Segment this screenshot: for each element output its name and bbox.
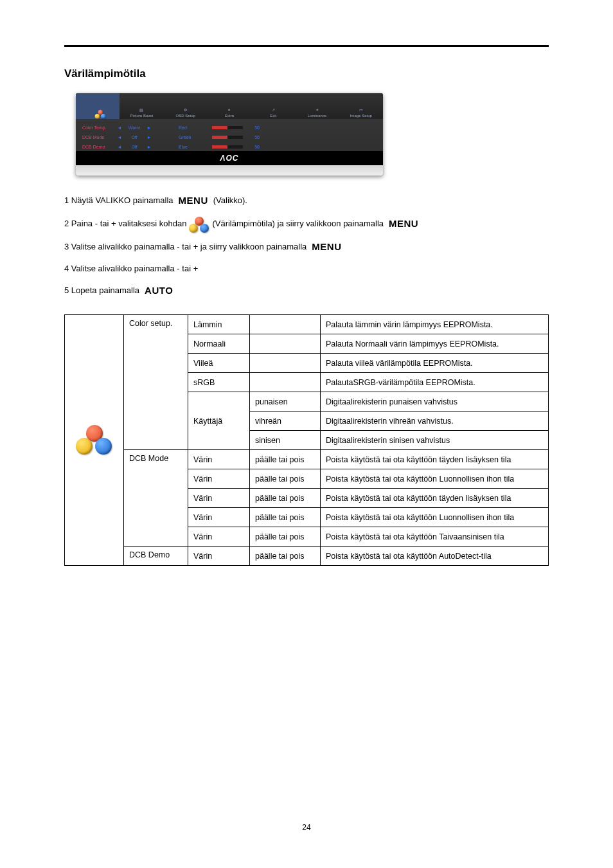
- osd-row: DCB Demo ◄Off► Blue 50: [82, 142, 377, 152]
- table-cell: päälle tai pois: [250, 469, 321, 489]
- table-cell: Poista käytöstä tai ota käyttöön täyden …: [321, 489, 549, 508]
- table-cell: Värin: [188, 489, 250, 508]
- menu-glyph: MENU: [386, 217, 421, 231]
- table-cell: Palauta viileä värilämpötila EEPROMista.: [321, 354, 549, 373]
- table-cell: Lämmin: [188, 315, 250, 334]
- page-number: 24: [64, 823, 549, 832]
- osd-tab: ✶Extra: [208, 93, 251, 119]
- table-cell: päälle tai pois: [250, 527, 321, 547]
- table-cell: päälle tai pois: [250, 450, 321, 469]
- osd-tab: ▧Picture Boost: [120, 93, 163, 119]
- table-cell: Käyttäjä: [188, 392, 250, 450]
- table-cell: Digitaalirekisterin punaisen vahvistus: [321, 392, 549, 411]
- step-1a: 1 Näytä VALIKKO painamalla: [64, 194, 173, 208]
- table-cell: Värin: [188, 527, 250, 547]
- osd-screenshot: ▧Picture Boost ⚙OSD Setup ✶Extra ↗Exit ☀…: [76, 93, 383, 176]
- table-cell: Palauta lämmin värin lämpimyys EEPROMist…: [321, 315, 549, 334]
- osd-row: DCB Mode ◄Off► Green 50: [82, 132, 377, 142]
- step-3: 3 Valitse alivalikko painamalla - tai + …: [64, 240, 306, 254]
- color-balls-icon: [189, 217, 209, 233]
- osd-footer: [76, 165, 383, 176]
- step-1b: (Valikko).: [213, 194, 247, 208]
- table-cell: [250, 315, 321, 334]
- osd-tab-color: [76, 93, 120, 119]
- table-cell: Poista käytöstä tai ota käyttöön Luonnol…: [321, 469, 549, 489]
- table-cell: Värin: [188, 547, 250, 566]
- table-cell: Digitaalirekisterin vihreän vahvistus.: [321, 411, 549, 431]
- menu-glyph: MENU: [176, 194, 211, 208]
- osd-tab: ↗Exit: [251, 93, 295, 119]
- table-icon-cell: [65, 315, 124, 566]
- step-4: 4 Valitse alivalikko painamalla - tai +: [64, 262, 198, 276]
- table-cell: [250, 373, 321, 392]
- table-cell: sinisen: [250, 431, 321, 450]
- table-cell: Poista käytöstä tai ota käyttöön AutoDet…: [321, 547, 549, 566]
- table-cell: Poista käytöstä tai ota käyttöön Taivaan…: [321, 527, 549, 547]
- table-cell: Palauta Normaali värin lämpimyys EEPROMi…: [321, 334, 549, 354]
- osd-brand: ΛOC: [76, 151, 383, 165]
- osd-tab: ⚙OSD Setup: [164, 93, 208, 119]
- group-dcb-demo: DCB Demo: [124, 547, 188, 566]
- table-cell: [250, 334, 321, 354]
- settings-table: Color setup. Lämmin Palauta lämmin värin…: [64, 314, 549, 566]
- table-cell: päälle tai pois: [250, 489, 321, 508]
- color-balls-icon: [76, 425, 113, 456]
- table-cell: Digitaalirekisterin sinisen vahvistus: [321, 431, 549, 450]
- group-dcb-mode: DCB Mode: [124, 450, 188, 547]
- menu-glyph: MENU: [309, 240, 344, 254]
- table-cell: päälle tai pois: [250, 508, 321, 527]
- osd-tab: ☀Luminance: [295, 93, 339, 119]
- table-cell: vihreän: [250, 411, 321, 431]
- group-color-setup: Color setup.: [124, 315, 188, 450]
- table-cell: Normaali: [188, 334, 250, 354]
- table-cell: Viileä: [188, 354, 250, 373]
- table-cell: Poista käytöstä tai ota käyttöön täyden …: [321, 450, 549, 469]
- section-heading: Värilämpimötila: [64, 68, 549, 80]
- step-2b: (Värilämpimötila) ja siirry valikkoon pa…: [212, 217, 384, 231]
- osd-row: Color Temp. ◄Warm► Red 50: [82, 123, 377, 132]
- table-cell: Poista käytöstä tai ota käyttöön Luonnol…: [321, 508, 549, 527]
- table-cell: PalautaSRGB-värilämpötila EEPROMista.: [321, 373, 549, 392]
- auto-glyph: AUTO: [142, 284, 175, 298]
- instructions: 1 Näytä VALIKKO painamalla MENU (Valikko…: [64, 194, 549, 298]
- page-divider: [64, 45, 549, 47]
- step-5: 5 Lopeta painamalla: [64, 284, 139, 298]
- table-cell: päälle tai pois: [250, 547, 321, 566]
- table-cell: Värin: [188, 469, 250, 489]
- table-cell: sRGB: [188, 373, 250, 392]
- table-cell: punaisen: [250, 392, 321, 411]
- table-cell: Värin: [188, 450, 250, 469]
- step-2a: 2 Paina - tai + valitaksesi kohdan: [64, 217, 186, 231]
- osd-tab: ▭Image Setup: [339, 93, 383, 119]
- table-cell: Värin: [188, 508, 250, 527]
- table-cell: [250, 354, 321, 373]
